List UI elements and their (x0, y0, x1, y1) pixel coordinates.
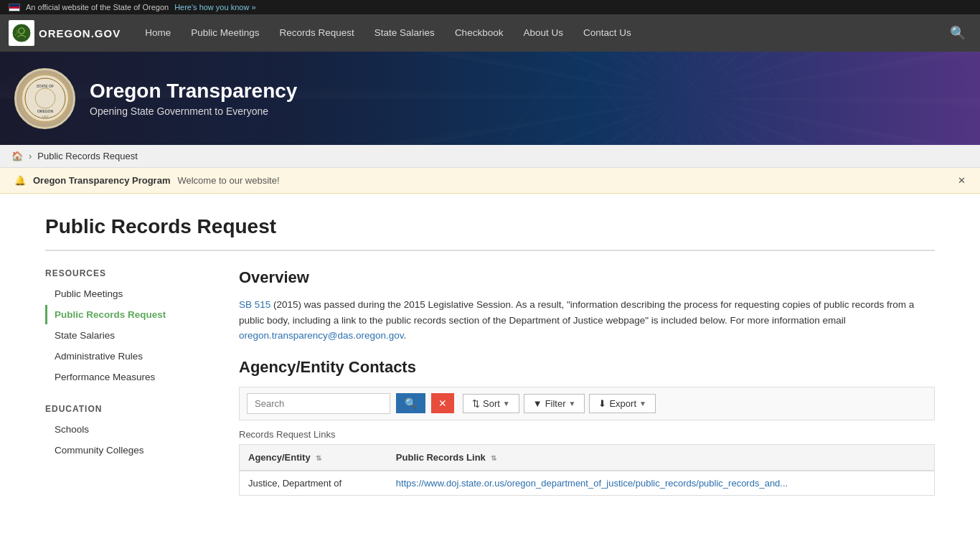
search-icon[interactable]: 🔍 (944, 25, 971, 41)
logo-text: OREGON.GOV (39, 27, 121, 39)
filter-button[interactable]: ▼ Filter ▼ (524, 394, 585, 413)
title-divider (45, 250, 935, 251)
clear-icon: ✕ (438, 397, 447, 409)
filter-icon: ▼ (533, 398, 542, 409)
sidebar-item-public-records-request[interactable]: Public Records Request (45, 305, 217, 324)
search-icon: 🔍 (405, 397, 417, 409)
agency-link-cell: https://www.doj.state.or.us/oregon_depar… (387, 471, 934, 495)
top-banner: An official website of the State of Oreg… (0, 0, 980, 14)
sidebar-item-admin-rules[interactable]: Administrative Rules (45, 347, 217, 366)
overview-body-text: (2015) was passed during the 2015 Legisl… (239, 299, 914, 326)
sidebar-item-schools[interactable]: Schools (45, 420, 217, 439)
svg-text:OREGON: OREGON (37, 109, 53, 113)
nav-item-about-us[interactable]: About Us (513, 14, 573, 52)
official-text: An official website of the State of Oreg… (26, 3, 169, 11)
breadcrumb-separator: › (29, 151, 32, 161)
col-public-records-link[interactable]: Public Records Link ⇅ (387, 445, 934, 471)
table-row: Justice, Department of https://www.doj.s… (240, 471, 934, 495)
bell-icon: 🔔 (14, 175, 26, 186)
filter-actions: ⇅ Sort ▼ ▼ Filter ▼ ⬇ Export ▼ (463, 394, 656, 413)
main-content: Public Records Request RESOURCES Public … (31, 194, 949, 510)
link-sort-icon: ⇅ (491, 454, 496, 462)
sidebar-item-community-colleges[interactable]: Community Colleges (45, 441, 217, 460)
notification-bar: 🔔 Oregon Transparency Program Welcome to… (0, 168, 980, 194)
breadcrumb-home-link[interactable]: 🏠 (11, 151, 23, 161)
notification-message: Welcome to our website! (177, 175, 279, 186)
nav-item-records-request[interactable]: Records Request (270, 14, 364, 52)
table-body: Justice, Department of https://www.doj.s… (240, 471, 934, 495)
filter-label: Filter (545, 398, 566, 409)
content-right: Overview SB 515 (2015) was passed during… (239, 268, 935, 496)
how-you-know-link[interactable]: Here's how you know » (174, 3, 255, 11)
resources-section-title: RESOURCES (45, 268, 217, 278)
notification-content: 🔔 Oregon Transparency Program Welcome to… (14, 175, 280, 186)
period: . (404, 330, 407, 341)
sidebar: RESOURCES Public Meetings Public Records… (45, 268, 217, 496)
agency-contacts-title: Agency/Entity Contacts (239, 358, 935, 377)
nav-logo[interactable]: OREGON.GOV (9, 20, 121, 46)
nav-item-contact-us[interactable]: Contact Us (573, 14, 641, 52)
hero-header: STATE OF OREGON 1859 Oregon Transparency… (0, 52, 980, 145)
agency-name-cell: Justice, Department of (240, 471, 387, 495)
agency-table: Agency/Entity ⇅ Public Records Link ⇅ Ju… (240, 445, 934, 495)
breadcrumb: 🏠 › Public Records Request (0, 145, 980, 168)
filter-bar: 🔍 ✕ ⇅ Sort ▼ ▼ Filter ▼ (239, 387, 935, 420)
col-agency-entity[interactable]: Agency/Entity ⇅ (240, 445, 387, 471)
notification-org: Oregon Transparency Program (33, 175, 170, 186)
search-input[interactable] (247, 393, 390, 414)
hero-title: Oregon Transparency (90, 80, 297, 103)
close-notification-button[interactable]: ✕ (958, 176, 966, 185)
sb515-link[interactable]: SB 515 (239, 299, 270, 310)
content-layout: RESOURCES Public Meetings Public Records… (45, 268, 935, 496)
search-button[interactable]: 🔍 (396, 393, 425, 413)
hero-text-block: Oregon Transparency Opening State Govern… (90, 80, 297, 117)
oregon-logo-image (9, 20, 34, 46)
sort-button[interactable]: ⇅ Sort ▼ (463, 394, 519, 413)
page-title: Public Records Request (45, 215, 935, 238)
agency-sort-icon: ⇅ (316, 454, 321, 462)
sort-dropdown-arrow: ▼ (503, 400, 510, 408)
nav-bar: OREGON.GOV Home Public Meetings Records … (0, 14, 980, 52)
sort-label: Sort (483, 398, 500, 409)
svg-point-0 (12, 24, 31, 42)
nav-item-checkbook[interactable]: Checkbook (445, 14, 514, 52)
nav-item-public-meetings[interactable]: Public Meetings (181, 14, 269, 52)
sidebar-item-performance-measures[interactable]: Performance Measures (45, 367, 217, 387)
export-dropdown-arrow: ▼ (639, 400, 646, 408)
resources-nav: Public Meetings Public Records Request S… (45, 284, 217, 387)
sidebar-item-state-salaries[interactable]: State Salaries (45, 326, 217, 345)
svg-text:STATE OF: STATE OF (37, 84, 54, 88)
nav-links: Home Public Meetings Records Request Sta… (135, 14, 944, 52)
agency-records-link[interactable]: https://www.doj.state.or.us/oregon_depar… (396, 478, 788, 489)
education-section-title: EDUCATION (45, 404, 217, 414)
sidebar-item-public-meetings[interactable]: Public Meetings (45, 284, 217, 303)
sort-icon: ⇅ (472, 398, 480, 409)
overview-body: SB 515 (2015) was passed during the 2015… (239, 297, 935, 344)
breadcrumb-current: Public Records Request (37, 151, 137, 161)
table-header-row: Agency/Entity ⇅ Public Records Link ⇅ (240, 445, 934, 471)
export-label: Export (609, 398, 636, 409)
education-nav: Schools Community Colleges (45, 420, 217, 460)
export-icon: ⬇ (598, 398, 606, 409)
export-button[interactable]: ⬇ Export ▼ (589, 394, 655, 413)
svg-text:1859: 1859 (42, 115, 49, 118)
filter-dropdown-arrow: ▼ (569, 400, 576, 408)
email-link[interactable]: oregon.transparency@das.oregon.gov (239, 330, 404, 341)
table-head: Agency/Entity ⇅ Public Records Link ⇅ (240, 445, 934, 471)
nav-item-state-salaries[interactable]: State Salaries (364, 14, 445, 52)
records-label: Records Request Links (239, 429, 935, 440)
overview-title: Overview (239, 268, 935, 287)
clear-search-button[interactable]: ✕ (431, 393, 454, 413)
oregon-state-seal: STATE OF OREGON 1859 (14, 68, 75, 129)
nav-item-home[interactable]: Home (135, 14, 181, 52)
oregon-flag-icon (9, 4, 20, 11)
data-table-wrapper: Agency/Entity ⇅ Public Records Link ⇅ Ju… (239, 444, 935, 496)
hero-subtitle: Opening State Government to Everyone (90, 105, 297, 117)
home-icon: 🏠 (11, 151, 23, 161)
